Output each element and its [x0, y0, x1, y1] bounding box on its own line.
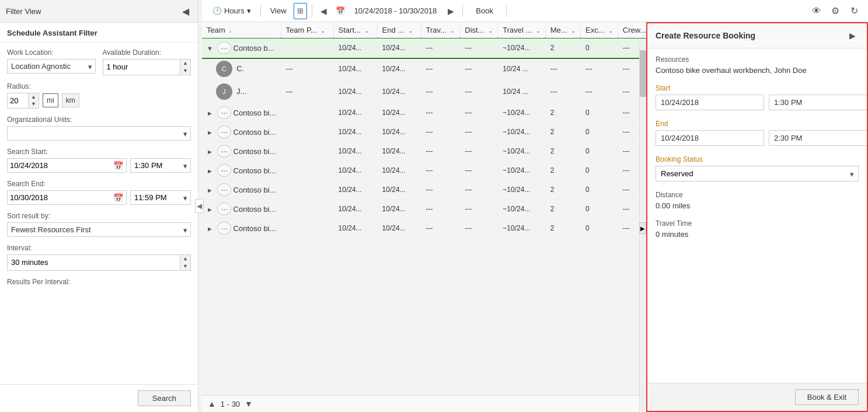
table-row[interactable]: ► ··· Contoso bi... 10/24...10/24... ---… [202, 180, 646, 200]
options-dots-7[interactable]: ··· [217, 164, 231, 177]
radius-mi-btn[interactable]: mi [43, 93, 58, 107]
search-end-calendar-btn[interactable]: 📅 [110, 191, 126, 204]
grid-view-button[interactable]: ⊞ [294, 3, 307, 19]
col-me[interactable]: Me... ⌄ [545, 22, 580, 39]
team-name-1: Contoso b... [233, 44, 274, 53]
table-row[interactable]: ► ··· Contoso bi... 10/24...10/24... ---… [202, 123, 646, 142]
radius-decrement-btn[interactable]: ▼ [29, 100, 39, 108]
table-row[interactable]: ► ··· Contoso bi... 10/24...10/24... ---… [202, 200, 646, 219]
duration-increment-btn[interactable]: ▲ [180, 60, 190, 67]
options-dots-1[interactable]: ··· [217, 41, 231, 54]
calendar-icon-btn[interactable]: 📅 [333, 5, 347, 16]
col-travel-label: Travel ... [503, 26, 532, 34]
table-row[interactable]: ► ··· Contoso bi... 10/24...10/24... ---… [202, 103, 646, 123]
search-start-calendar-btn[interactable]: 📅 [110, 159, 126, 172]
col-crew[interactable]: Crew... ⌄ [618, 22, 646, 39]
results-per-interval-row: Results Per Interval: [7, 278, 191, 286]
radius-km-btn[interactable]: km [62, 93, 79, 107]
cell-team-8: ► ··· Contoso bi... [202, 180, 281, 200]
refresh-icon-btn[interactable]: ↻ [846, 3, 862, 19]
expand-icon[interactable]: ▼ [207, 45, 213, 52]
collapse-panel-button[interactable]: ◀ [179, 5, 192, 18]
expand-icon-6[interactable]: ► [207, 148, 213, 155]
search-end-time-select[interactable]: 11:59 PM [130, 190, 191, 205]
expand-icon-4[interactable]: ► [207, 110, 213, 117]
options-dots-8[interactable]: ··· [217, 183, 231, 196]
search-start-date-input[interactable] [8, 159, 110, 172]
expand-panel-btn[interactable]: ▶ [846, 29, 859, 42]
end-date-input[interactable] [656, 130, 764, 146]
org-units-input[interactable] [7, 126, 191, 141]
main-table-wrap: Team ↓ Team P... ⌄ Start... ⌄ [202, 22, 646, 412]
options-dots-9[interactable]: ··· [217, 202, 231, 215]
options-dots-5[interactable]: ··· [217, 125, 231, 138]
team-name-4: Contoso bi... [233, 109, 276, 117]
date-range-button[interactable]: 10/24/2018 - 10/30/2018 [350, 4, 442, 18]
col-travel[interactable]: Travel ... ⌄ [498, 22, 545, 39]
book-button[interactable]: Book [468, 4, 501, 18]
col-exc[interactable]: Exc... ⌄ [581, 22, 618, 39]
interval-increment-btn[interactable]: ▲ [180, 255, 190, 263]
start-date-input[interactable] [656, 95, 764, 110]
cell-me-c: --- [545, 58, 580, 81]
splitter-arrow[interactable]: ▶ [639, 222, 646, 234]
prev-date-button[interactable]: ◀ [317, 4, 331, 18]
search-end-time-wrapper: 11:59 PM [130, 190, 191, 205]
hours-label: Hours [224, 6, 245, 15]
next-date-button[interactable]: ▶ [444, 4, 458, 18]
interval-decrement-btn[interactable]: ▼ [180, 263, 190, 270]
search-start-date-time: 📅 1:30 PM [7, 158, 191, 173]
filter-footer: Search [0, 384, 198, 412]
duration-decrement-btn[interactable]: ▼ [180, 67, 190, 75]
interval-input[interactable] [8, 256, 180, 269]
col-team-p-label: Team P... [286, 26, 317, 34]
col-team[interactable]: Team ↓ [202, 22, 281, 39]
table-row[interactable]: J J... --- 10/24... 10/24... --- --- 10/… [202, 81, 646, 103]
cell-travel-1: ~10/24... [498, 39, 545, 58]
col-dist[interactable]: Dist... ⌄ [460, 22, 498, 39]
settings-icon-btn[interactable]: ⚙ [827, 3, 843, 19]
expand-icon-8[interactable]: ► [207, 187, 213, 194]
view-button[interactable]: View [266, 4, 291, 18]
sort-select[interactable]: Fewest Resources First [7, 222, 191, 237]
available-duration-input[interactable] [103, 60, 180, 74]
expand-icon-5[interactable]: ► [207, 129, 213, 136]
eye-icon-btn[interactable]: 👁 [808, 3, 825, 19]
options-dots-6[interactable]: ··· [217, 145, 231, 158]
header-row: Team ↓ Team P... ⌄ Start... ⌄ [202, 22, 646, 39]
hours-button[interactable]: 🕐 Hours ▾ [208, 4, 256, 18]
expand-icon-9[interactable]: ► [207, 206, 213, 213]
table-row[interactable]: ► ··· Contoso bi... 10/24...10/24... ---… [202, 161, 646, 180]
prev-page-btn[interactable]: ▲ [208, 399, 216, 408]
expand-icon-7[interactable]: ► [207, 167, 213, 174]
next-page-btn[interactable]: ▼ [245, 399, 253, 408]
expand-icon-10[interactable]: ► [207, 225, 213, 232]
col-team-p[interactable]: Team P... ⌄ [281, 22, 333, 39]
book-exit-button[interactable]: Book & Exit [795, 389, 859, 405]
table-row[interactable]: C C. --- 10/24... 10/24... --- --- 10/24… [202, 58, 646, 81]
table-row[interactable]: ▼ ··· Contoso b... 10/24... 10/24... ---… [202, 39, 646, 58]
start-time-input[interactable] [769, 95, 867, 110]
end-time-input[interactable] [769, 130, 867, 146]
radius-increment-btn[interactable]: ▲ [29, 93, 39, 101]
main-area: 🕐 Hours ▾ View ⊞ ◀ 📅 10/24/2018 - 10/30/… [202, 0, 868, 412]
col-trav[interactable]: Trav... ⌄ [421, 22, 460, 39]
options-dots-4[interactable]: ··· [217, 106, 231, 119]
radius-spinner: ▲ ▼ [28, 93, 39, 109]
radius-input[interactable] [8, 94, 28, 107]
col-start[interactable]: Start... ⌄ [333, 22, 377, 39]
options-dots-10[interactable]: ··· [217, 222, 231, 235]
table-scrollbar-track[interactable]: ▶ [639, 44, 646, 412]
work-location-select[interactable]: Location Agnostic [7, 59, 96, 74]
search-end-label: Search End: [7, 180, 191, 188]
cell-team-10: ► ··· Contoso bi... [202, 219, 281, 238]
booking-status-select[interactable]: Reserved [656, 166, 859, 181]
cell-end-j: 10/24... [377, 81, 421, 103]
search-start-time-select[interactable]: 1:30 PM [130, 158, 191, 173]
cell-dist-1: --- [460, 39, 498, 58]
col-end[interactable]: End ... ⌄ [377, 22, 421, 39]
search-end-date-input[interactable] [8, 191, 110, 204]
table-row[interactable]: ► ··· Contoso bi... 10/24...10/24... ---… [202, 219, 646, 238]
table-row[interactable]: ► ··· Contoso bi... 10/24...10/24... ---… [202, 142, 646, 161]
search-button[interactable]: Search [138, 390, 191, 406]
